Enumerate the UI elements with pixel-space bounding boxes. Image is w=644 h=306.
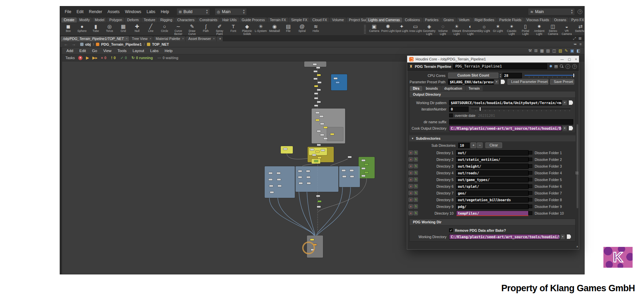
network-box[interactable] — [359, 157, 375, 178]
shelf-tool-portal-light[interactable]: ▯Portal Light — [519, 23, 532, 36]
top-node[interactable] — [317, 89, 321, 91]
menu-labs[interactable]: Labs — [144, 8, 158, 15]
chevron-down-icon[interactable]: ▼ — [494, 79, 499, 85]
override-date-checkbox[interactable] — [449, 114, 453, 117]
top-node[interactable] — [362, 175, 365, 177]
shelf-tool-metaball[interactable]: ◉Metaball — [268, 23, 281, 33]
directory-field[interactable]: geo/ — [456, 190, 529, 196]
param-tab-dirs[interactable]: Dirs — [410, 86, 422, 91]
dissolve-checkbox[interactable] — [529, 205, 532, 208]
drag-handle-icon[interactable] — [576, 171, 579, 174]
top-node[interactable] — [316, 119, 319, 121]
file-picker-icon[interactable] — [569, 126, 573, 130]
shelf-tab-viscous-fluids[interactable]: Viscous Fluids — [524, 17, 552, 23]
directory-field[interactable]: pdg/ — [456, 204, 529, 209]
directory-field[interactable]: out/splat/ — [456, 184, 529, 189]
delete-row-button[interactable]: x — [409, 177, 413, 182]
top-node[interactable] — [320, 123, 324, 125]
pane-tab--obj-pdg-terrain-pipeline1-top-net[interactable]: /obj/PDG_Terrain_Pipeline1/TOP_NET× — [61, 36, 129, 41]
top-node[interactable] — [307, 182, 311, 184]
top-node[interactable] — [324, 138, 327, 139]
top-node[interactable] — [306, 170, 310, 172]
top-node[interactable] — [348, 156, 352, 158]
top-node[interactable] — [314, 105, 318, 106]
maximize-button[interactable]: ▢ — [568, 57, 571, 61]
breadcrumb-top_net[interactable]: TOP_NET — [145, 42, 171, 47]
top-node[interactable] — [350, 170, 354, 171]
top-node[interactable] — [312, 154, 316, 156]
top-node[interactable] — [318, 201, 321, 202]
dissolve-checkbox[interactable] — [529, 164, 532, 168]
reorder-row-button[interactable]: ⇅ — [414, 150, 418, 155]
spinner-icon[interactable]: ▲▼ — [243, 9, 245, 14]
customize-toolbar-icon[interactable]: ⚒ — [528, 48, 532, 53]
remove-pdg-checkbox[interactable]: ✓ — [449, 228, 453, 232]
delete-row-button[interactable]: x — [409, 157, 413, 162]
shelf-tool-font[interactable]: TFont — [226, 23, 240, 33]
shelf-tab-simple-fx[interactable]: Simple FX — [289, 17, 310, 23]
close-icon[interactable]: × — [182, 37, 184, 40]
directory-field[interactable]: out/height/ — [456, 164, 529, 169]
reorder-row-button[interactable]: ⇅ — [414, 164, 418, 168]
top-node[interactable] — [314, 97, 318, 99]
shelf-tab-pyro-fx[interactable]: Pyro FX — [569, 17, 585, 23]
dissolve-checkbox[interactable] — [529, 151, 532, 155]
node-name-field[interactable]: PDG_Terrain_Pipeline1 — [453, 63, 547, 69]
network-box[interactable] — [296, 166, 338, 192]
shelf-tool-helix[interactable]: ≋Helix — [309, 23, 323, 33]
shelf-tab-modify[interactable]: Modify — [77, 17, 92, 23]
spinner-icon[interactable]: ▲▼ — [571, 9, 573, 14]
shelf-tool-draw-curve[interactable]: ✎Draw Curve — [185, 23, 199, 36]
file-picker-icon[interactable] — [567, 234, 571, 239]
shelf-tool-tube[interactable]: ▮Tube — [89, 23, 103, 33]
network-menu-add[interactable]: Add — [63, 48, 76, 53]
network-menu-view[interactable]: View — [100, 48, 115, 53]
shelf-tool-spray-paint[interactable]: ✐Spray Paint — [213, 23, 226, 36]
load-preset-button[interactable]: Load Parameter Preset — [507, 79, 548, 85]
overview-icon[interactable]: ◧ — [577, 48, 580, 53]
preset-path-field[interactable]: $KLANG_ENV/data/presets — [448, 79, 494, 85]
shelf-tool-caustic-light[interactable]: ✴Caustic Light — [505, 23, 519, 36]
iteration-number-field[interactable]: 0 — [449, 106, 469, 112]
delete-row-button[interactable]: x — [409, 204, 413, 209]
node-help-icon[interactable]: ? — [572, 64, 577, 69]
network-menu-help[interactable]: Help — [162, 48, 176, 53]
shelf-tab-oceans[interactable]: Oceans — [552, 17, 569, 23]
param-tab-terrain[interactable]: Terrain — [466, 86, 483, 91]
list-view-icon[interactable]: ▤ — [546, 48, 550, 53]
shelf-tool-sphere[interactable]: ●Sphere — [75, 23, 89, 33]
shelf-tool-torus[interactable]: ◎Torus — [103, 23, 116, 33]
pane-icon[interactable]: ▣ — [570, 48, 574, 53]
scroll-up-icon[interactable]: ▲ — [576, 245, 579, 248]
reorder-row-button[interactable]: ⇅ — [414, 157, 418, 162]
shelf-tab-rigging[interactable]: Rigging — [158, 17, 175, 23]
network-menu-labs[interactable]: Labs — [147, 48, 162, 53]
shelf-tab-create[interactable]: Create — [61, 17, 77, 23]
directory-field[interactable]: out/vegetation_billboards — [456, 197, 529, 203]
shelf-tab-particles[interactable]: Particles — [423, 17, 441, 23]
iteration-slider[interactable] — [471, 106, 571, 112]
top-node[interactable] — [277, 179, 281, 180]
cook-button[interactable]: ▶ — [86, 55, 89, 60]
notes-icon[interactable]: ✎ — [565, 48, 568, 53]
shelf-tool-l-system[interactable]: ✳L-System — [254, 23, 268, 33]
file-picker-icon[interactable] — [569, 100, 573, 105]
top-node[interactable] — [318, 157, 321, 159]
directory-field[interactable]: out/roads/ — [456, 170, 529, 176]
shelf-tool-circle[interactable]: ○Circle — [158, 23, 171, 33]
shelf-tab-lights-and-cameras[interactable]: Lights and Cameras — [366, 17, 402, 23]
menu-edit[interactable]: Edit — [74, 8, 86, 15]
top-node[interactable] — [314, 78, 317, 80]
info-icon[interactable]: i — [566, 64, 570, 69]
shelf-tool-grid[interactable]: ▦Grid — [116, 23, 130, 33]
top-node[interactable] — [270, 191, 274, 193]
network-box[interactable] — [281, 146, 293, 154]
dissolve-checkbox[interactable] — [529, 198, 532, 202]
chevron-down-icon[interactable]: ▼ — [560, 234, 565, 239]
reorder-row-button[interactable]: ⇅ — [414, 171, 418, 175]
top-node[interactable] — [317, 144, 321, 146]
top-node[interactable] — [298, 170, 302, 172]
top-node[interactable] — [324, 127, 327, 128]
directory-field[interactable]: tempFiles/ — [456, 211, 529, 216]
top-node[interactable] — [310, 239, 314, 241]
